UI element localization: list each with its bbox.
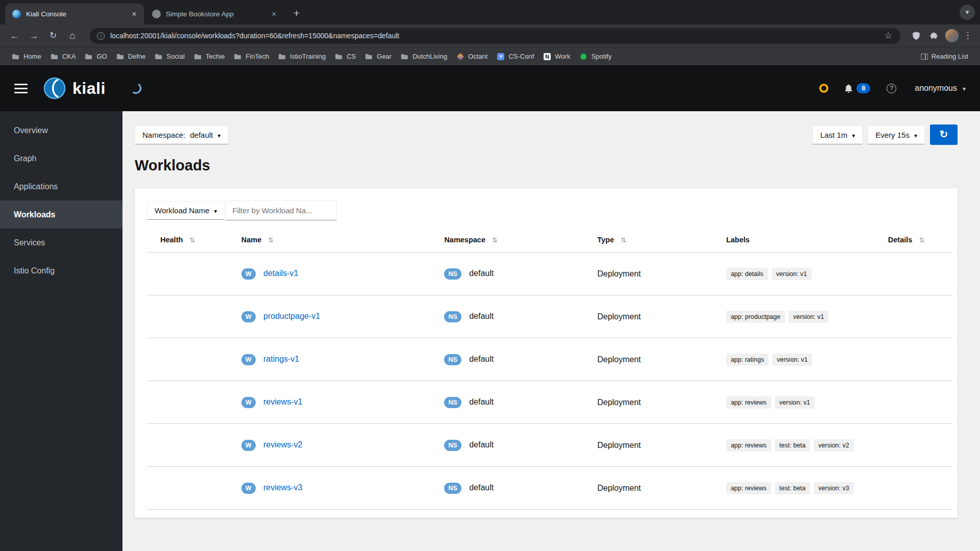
tab-title: Simple Bookstore App — [166, 10, 265, 18]
table-row: W productpage-v1 NS default Deployment — [147, 295, 952, 338]
notifications-button[interactable]: 8 — [844, 83, 870, 93]
bookmark-item[interactable]: Social — [150, 49, 189, 63]
bookmark-item[interactable]: CS-Conf — [492, 49, 538, 63]
bookmark-item[interactable]: Octant — [452, 49, 492, 63]
tab-search-button[interactable] — [960, 5, 975, 20]
column-header[interactable]: Name — [237, 232, 440, 253]
url-bar[interactable]: localhost:20001/kiali/console/workloads?… — [90, 28, 900, 44]
tab-bookstore[interactable]: Simple Bookstore App — [145, 4, 284, 24]
column-header[interactable]: Details — [884, 232, 952, 253]
workload-badge: W — [241, 311, 256, 322]
bookmark-item[interactable]: Techie — [189, 49, 230, 63]
bookmark-star-icon[interactable] — [883, 31, 893, 41]
namespace-cell-value: default — [469, 483, 494, 492]
workload-badge: W — [241, 483, 256, 494]
details-cell — [884, 295, 952, 338]
namespace-cell: NS default — [440, 295, 593, 338]
refresh-interval-value: Every 15s — [875, 131, 910, 139]
message-center-status-icon[interactable] — [819, 84, 828, 93]
bookmark-item[interactable]: Gear — [360, 49, 396, 63]
profile-avatar[interactable] — [945, 29, 959, 42]
workload-link[interactable]: ratings-v1 — [263, 355, 299, 363]
bookmark-item[interactable]: Work — [538, 49, 575, 63]
reload-button[interactable] — [46, 29, 60, 43]
table-row: W details-v1 NS default Deployment — [147, 253, 952, 295]
workload-link[interactable]: productpage-v1 — [263, 312, 320, 320]
sidebar-item[interactable]: Applications — [0, 172, 122, 201]
column-header[interactable]: Health — [147, 232, 237, 253]
column-header[interactable]: Type — [593, 232, 722, 253]
forward-button[interactable] — [27, 29, 41, 43]
tab-kiali-console[interactable]: Kiali Console — [5, 4, 144, 24]
bookmark-item[interactable]: CKA — [46, 49, 81, 63]
bookmark-item[interactable]: DutchLiving — [396, 49, 452, 63]
reading-list-label: Reading List — [932, 53, 968, 60]
back-button[interactable] — [7, 29, 21, 43]
kiali-logo-icon[interactable] — [43, 77, 66, 100]
filter-type-label: Workload Name — [155, 206, 209, 215]
tab-close-icon[interactable] — [270, 10, 279, 19]
column-header[interactable]: Namespace — [440, 232, 593, 253]
table-row: W reviews-v3 NS default Deployment — [147, 467, 952, 510]
refresh-button[interactable] — [930, 124, 958, 145]
sort-icon — [268, 236, 274, 244]
details-cell — [884, 424, 952, 467]
type-cell: Deployment — [593, 467, 722, 510]
namespace-badge: NS — [444, 311, 461, 322]
help-icon[interactable] — [887, 84, 896, 93]
details-cell — [884, 381, 952, 424]
home-button[interactable] — [65, 29, 80, 43]
health-cell — [147, 253, 237, 295]
bookmark-item[interactable]: FinTech — [229, 49, 274, 63]
bookmark-item[interactable]: Spotify — [575, 49, 616, 63]
table-header-row: Health Name Namespace — [147, 232, 952, 253]
sidebar-item[interactable]: Istio Config — [0, 257, 122, 285]
bookmark-label: Techie — [206, 53, 225, 60]
site-info-icon[interactable] — [97, 32, 105, 40]
sidebar-item[interactable]: Graph — [0, 144, 122, 172]
details-cell — [884, 467, 952, 510]
sort-icon — [621, 236, 626, 244]
sidebar-item-label: Graph — [14, 154, 36, 163]
bookmark-item[interactable]: Home — [7, 49, 46, 63]
sidebar-item[interactable]: Services — [0, 229, 122, 257]
workload-link[interactable]: reviews-v2 — [263, 440, 302, 449]
bookmark-label: CS-Conf — [508, 53, 534, 60]
sidebar-item[interactable]: Overview — [0, 116, 122, 144]
filter-input[interactable] — [226, 201, 337, 220]
bookmark-item[interactable]: GO — [80, 49, 111, 63]
bookmark-item[interactable]: CS — [330, 49, 360, 63]
sidebar-item-label: Workloads — [14, 210, 56, 219]
workload-link[interactable]: reviews-v3 — [263, 483, 302, 492]
duration-select[interactable]: Last 1m — [813, 126, 863, 144]
health-cell — [147, 424, 237, 467]
workload-link[interactable]: reviews-v1 — [263, 397, 302, 406]
bookmark-icon — [116, 53, 125, 61]
label-chip: app: details — [726, 268, 768, 280]
browser-menu-icon[interactable] — [963, 29, 973, 43]
refresh-interval-select[interactable]: Every 15s — [868, 126, 925, 144]
workload-link[interactable]: details-v1 — [263, 269, 298, 278]
bookmark-item[interactable]: Defne — [112, 49, 151, 63]
namespace-cell: NS default — [440, 424, 593, 467]
chevron-down-icon — [217, 131, 220, 139]
bookmark-label: Home — [23, 53, 41, 60]
column-header: Labels — [722, 232, 884, 253]
chevron-down-icon — [963, 84, 966, 93]
tab-strip: Kiali Console Simple Bookstore App — [0, 0, 980, 24]
namespace-select[interactable]: Namespace: default — [135, 126, 228, 144]
user-menu[interactable]: anonymous — [915, 84, 966, 93]
new-tab-button[interactable] — [289, 6, 304, 21]
namespace-cell: NS default — [440, 338, 593, 381]
filter-type-select[interactable]: Workload Name — [147, 201, 225, 220]
sidebar-item[interactable]: Workloads — [0, 201, 122, 229]
bookmark-label: CKA — [62, 53, 76, 60]
tab-close-icon[interactable] — [130, 10, 139, 19]
menu-toggle-icon[interactable] — [14, 84, 28, 93]
username: anonymous — [915, 84, 957, 93]
reading-list-button[interactable]: Reading List — [916, 49, 973, 63]
extensions-icon[interactable] — [927, 29, 940, 43]
bookmark-item[interactable]: IstioTraining — [274, 49, 330, 63]
shield-icon[interactable] — [910, 29, 923, 43]
label-chip: app: reviews — [726, 482, 771, 494]
